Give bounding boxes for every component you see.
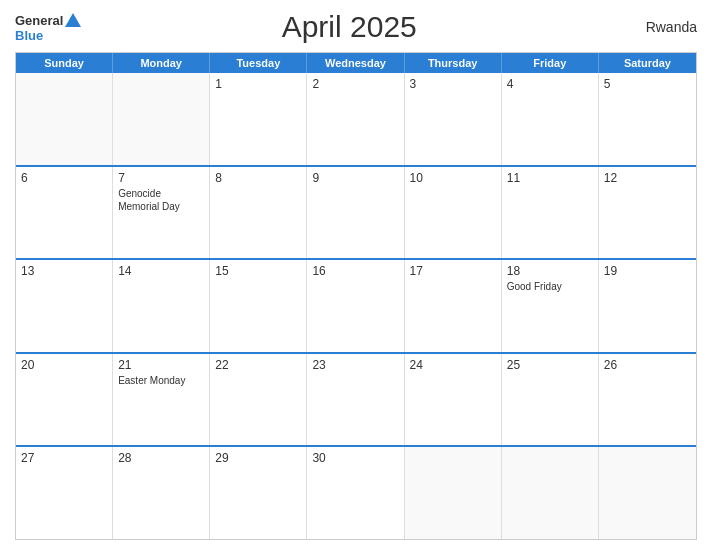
day-number: 30	[312, 451, 398, 465]
calendar-cell: 25	[502, 354, 599, 446]
calendar-cell: 4	[502, 73, 599, 165]
day-number: 14	[118, 264, 204, 278]
day-number: 28	[118, 451, 204, 465]
day-number: 5	[604, 77, 691, 91]
day-number: 18	[507, 264, 593, 278]
event-label: Good Friday	[507, 280, 593, 293]
day-number: 24	[410, 358, 496, 372]
page-title: April 2025	[81, 10, 617, 44]
day-number: 11	[507, 171, 593, 185]
calendar-cell: 6	[16, 167, 113, 259]
calendar-cell: 20	[16, 354, 113, 446]
calendar-week-5: 27282930	[16, 447, 696, 539]
day-of-week-header: Thursday	[405, 53, 502, 73]
calendar-cell	[405, 447, 502, 539]
day-of-week-header: Monday	[113, 53, 210, 73]
calendar-cell: 19	[599, 260, 696, 352]
calendar-cell: 3	[405, 73, 502, 165]
day-number: 27	[21, 451, 107, 465]
calendar-cell: 9	[307, 167, 404, 259]
calendar-body: 1234567Genocide Memorial Day891011121314…	[16, 73, 696, 539]
calendar-cell: 1	[210, 73, 307, 165]
day-number: 1	[215, 77, 301, 91]
day-number: 19	[604, 264, 691, 278]
calendar-cell	[502, 447, 599, 539]
calendar-cell: 14	[113, 260, 210, 352]
calendar-week-1: 12345	[16, 73, 696, 167]
day-number: 26	[604, 358, 691, 372]
logo-general-text: General	[15, 14, 63, 27]
day-number: 21	[118, 358, 204, 372]
day-number: 22	[215, 358, 301, 372]
calendar-cell: 28	[113, 447, 210, 539]
day-number: 9	[312, 171, 398, 185]
day-number: 4	[507, 77, 593, 91]
calendar-cell	[113, 73, 210, 165]
event-label: Genocide Memorial Day	[118, 187, 204, 213]
day-number: 6	[21, 171, 107, 185]
logo-triangle-icon	[65, 13, 81, 27]
calendar-cell: 23	[307, 354, 404, 446]
day-number: 17	[410, 264, 496, 278]
calendar-cell: 18Good Friday	[502, 260, 599, 352]
calendar-cell: 17	[405, 260, 502, 352]
calendar-cell: 27	[16, 447, 113, 539]
calendar-cell: 13	[16, 260, 113, 352]
calendar-page: General Blue April 2025 Rwanda SundayMon…	[0, 0, 712, 550]
calendar-week-3: 131415161718Good Friday19	[16, 260, 696, 354]
day-of-week-header: Tuesday	[210, 53, 307, 73]
country-label: Rwanda	[617, 19, 697, 35]
calendar-cell: 24	[405, 354, 502, 446]
calendar-cell: 29	[210, 447, 307, 539]
day-number: 2	[312, 77, 398, 91]
calendar-cell: 15	[210, 260, 307, 352]
event-label: Easter Monday	[118, 374, 204, 387]
calendar-cell: 12	[599, 167, 696, 259]
calendar-week-2: 67Genocide Memorial Day89101112	[16, 167, 696, 261]
day-number: 29	[215, 451, 301, 465]
calendar-cell: 16	[307, 260, 404, 352]
day-number: 10	[410, 171, 496, 185]
day-number: 13	[21, 264, 107, 278]
calendar-cell: 10	[405, 167, 502, 259]
day-of-week-header: Wednesday	[307, 53, 404, 73]
day-of-week-header: Saturday	[599, 53, 696, 73]
day-number: 12	[604, 171, 691, 185]
day-of-week-header: Sunday	[16, 53, 113, 73]
day-number: 25	[507, 358, 593, 372]
calendar-cell: 26	[599, 354, 696, 446]
calendar-week-4: 2021Easter Monday2223242526	[16, 354, 696, 448]
calendar-cell	[599, 447, 696, 539]
calendar-cell: 2	[307, 73, 404, 165]
day-number: 15	[215, 264, 301, 278]
calendar-cell	[16, 73, 113, 165]
day-number: 23	[312, 358, 398, 372]
calendar-header: SundayMondayTuesdayWednesdayThursdayFrid…	[16, 53, 696, 73]
page-header: General Blue April 2025 Rwanda	[15, 10, 697, 44]
day-number: 8	[215, 171, 301, 185]
calendar-cell: 21Easter Monday	[113, 354, 210, 446]
calendar-cell: 5	[599, 73, 696, 165]
day-number: 20	[21, 358, 107, 372]
day-number: 16	[312, 264, 398, 278]
calendar-cell: 11	[502, 167, 599, 259]
calendar-cell: 30	[307, 447, 404, 539]
calendar-cell: 8	[210, 167, 307, 259]
logo-blue-text: Blue	[15, 29, 43, 42]
day-number: 7	[118, 171, 204, 185]
day-number: 3	[410, 77, 496, 91]
calendar-cell: 22	[210, 354, 307, 446]
calendar-cell: 7Genocide Memorial Day	[113, 167, 210, 259]
logo: General Blue	[15, 13, 81, 42]
day-of-week-header: Friday	[502, 53, 599, 73]
calendar-grid: SundayMondayTuesdayWednesdayThursdayFrid…	[15, 52, 697, 540]
